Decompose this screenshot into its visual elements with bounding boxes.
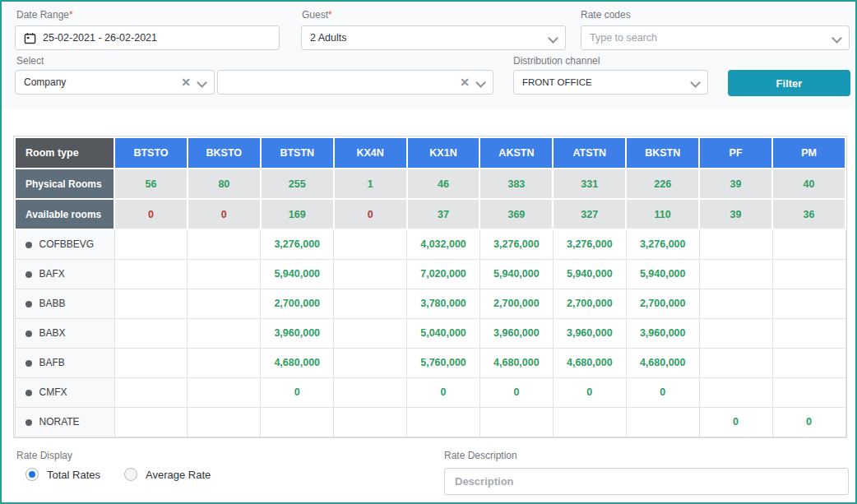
chevron-down-icon[interactable] — [832, 34, 841, 42]
available-rooms-value: 39 — [699, 199, 772, 229]
rate-value-cell — [188, 377, 261, 407]
chevron-down-icon[interactable] — [197, 78, 206, 86]
physical-rooms-value: 255 — [261, 169, 334, 199]
rate-value-cell: 0 — [699, 407, 772, 437]
rate-value-cell — [772, 348, 845, 377]
rate-value-cell — [553, 407, 626, 437]
available-rooms-value: 0 — [114, 199, 188, 229]
rate-value-cell: 2,700,000 — [553, 289, 626, 318]
bullet-dot-icon — [25, 331, 32, 337]
rate-value-cell — [334, 348, 407, 377]
rate-description-label: Rate Description — [444, 450, 517, 461]
total-rates-label: Total Rates — [47, 469, 100, 481]
clear-icon[interactable]: ✕ — [181, 76, 191, 89]
bullet-dot-icon — [25, 419, 32, 426]
rate-value-cell — [188, 289, 261, 318]
rate-value-cell — [772, 229, 845, 259]
chevron-down-icon[interactable] — [476, 78, 484, 86]
rate-value-cell: 4,680,000 — [626, 348, 699, 377]
secondary-select[interactable]: ✕ — [217, 70, 493, 95]
column-header-atstn: ATSTN — [553, 137, 626, 169]
distribution-channel-label: Distribution channel — [513, 55, 600, 67]
rate-value-cell: 5,760,000 — [407, 348, 480, 377]
rate-value-cell — [114, 407, 188, 437]
column-header-bkstn: BKSTN — [626, 137, 699, 169]
rate-row-babb: BABB2,700,0003,780,0002,700,0002,700,000… — [15, 289, 845, 318]
physical-rooms-value: 40 — [772, 169, 845, 199]
guest-value: 2 Adults — [310, 32, 542, 44]
physical-rooms-value: 46 — [407, 169, 480, 199]
rate-value-cell — [188, 348, 261, 377]
rate-value-cell — [188, 318, 261, 348]
rate-row-bafb: BAFB4,680,0005,760,0004,680,0004,680,000… — [15, 348, 845, 377]
rate-value-cell — [772, 289, 845, 318]
rate-code-label[interactable]: BABB — [15, 289, 114, 318]
rate-code-label[interactable]: COFBBEVG — [15, 229, 114, 259]
guest-select[interactable]: 2 Adults — [301, 25, 566, 50]
rate-value-cell: 4,680,000 — [553, 348, 626, 377]
rate-value-cell — [114, 318, 188, 348]
rate-value-cell — [114, 259, 188, 289]
rate-value-cell — [114, 377, 188, 407]
rate-code-label[interactable]: BAFX — [15, 259, 114, 289]
rate-value-cell — [699, 377, 772, 407]
rate-value-cell: 5,040,000 — [407, 318, 480, 348]
filter-button[interactable]: Filter — [728, 70, 850, 96]
total-rates-radio[interactable]: Total Rates — [25, 468, 100, 481]
rate-value-cell: 0 — [772, 407, 845, 437]
select-label-text: Select — [16, 55, 44, 67]
radio-selected-icon[interactable] — [25, 468, 39, 481]
available-rooms-value: 37 — [407, 199, 480, 229]
rate-value-cell: 2,700,000 — [626, 289, 699, 318]
rate-description-input[interactable] — [444, 468, 849, 495]
rate-value-cell — [772, 377, 845, 407]
rate-codes-select[interactable]: Type to search — [581, 25, 850, 50]
rate-value-cell: 3,276,000 — [261, 229, 334, 259]
physical-rooms-value: 226 — [626, 169, 699, 199]
average-rate-label: Average Rate — [146, 469, 211, 481]
rate-code-label[interactable]: BABX — [15, 318, 114, 348]
available-rooms-value: 369 — [479, 199, 553, 229]
rate-value-cell: 3,276,000 — [553, 229, 626, 259]
clear-icon[interactable]: ✕ — [460, 76, 470, 89]
rate-value-cell: 7,020,000 — [407, 259, 480, 289]
rate-display-label: Rate Display — [16, 450, 72, 461]
rate-code-label[interactable]: NORATE — [15, 407, 114, 437]
rate-value-cell: 5,940,000 — [479, 259, 553, 289]
rate-codes-label-text: Rate codes — [581, 9, 631, 21]
column-header-btstn: BTSTN — [261, 137, 334, 169]
rate-row-babx: BABX3,960,0005,040,0003,960,0003,960,000… — [15, 318, 845, 348]
company-select[interactable]: Company ✕ — [15, 70, 215, 95]
rate-availability-page: Date Range* 25-02-2021 - 26-02-2021 Gues… — [0, 0, 857, 504]
guest-label: Guest* — [302, 9, 332, 21]
rate-codes-placeholder: Type to search — [590, 32, 826, 44]
average-rate-radio[interactable]: Average Rate — [124, 468, 211, 481]
column-header-pf: PF — [699, 137, 772, 169]
rates-table: Room typeBTSTOBKSTOBTSTNKX4NKX1NAKSTNATS… — [14, 136, 846, 437]
rate-value-cell — [334, 318, 407, 348]
bullet-dot-icon — [25, 301, 32, 307]
available-rooms-row: Available rooms001690373693271103936 — [15, 199, 845, 229]
rate-value-cell — [772, 259, 845, 289]
rate-code-label[interactable]: BAFB — [15, 348, 114, 377]
chevron-down-icon[interactable] — [691, 78, 699, 86]
rate-code-label[interactable]: CMFX — [15, 377, 114, 407]
rate-value-cell — [334, 229, 407, 259]
rate-value-cell: 3,276,000 — [626, 229, 699, 259]
date-range-label-text: Date Range — [16, 9, 69, 21]
rate-row-norate: NORATE00 — [15, 407, 845, 437]
distribution-channel-select[interactable]: FRONT OFFICE — [513, 70, 708, 95]
column-header-kx1n: KX1N — [407, 137, 480, 169]
rate-value-cell — [261, 407, 334, 437]
rate-value-cell — [334, 289, 407, 318]
chevron-down-icon[interactable] — [549, 34, 557, 42]
rate-value-cell: 2,700,000 — [261, 289, 334, 318]
radio-unselected-icon[interactable] — [124, 468, 137, 481]
column-header-pm: PM — [772, 137, 845, 169]
physical-rooms-value: 56 — [114, 169, 188, 199]
rate-value-cell — [188, 229, 261, 259]
rate-value-cell: 3,960,000 — [553, 318, 626, 348]
rate-value-cell: 0 — [261, 377, 334, 407]
date-range-input[interactable]: 25-02-2021 - 26-02-2021 — [15, 25, 280, 50]
available-rooms-value: 169 — [261, 199, 334, 229]
